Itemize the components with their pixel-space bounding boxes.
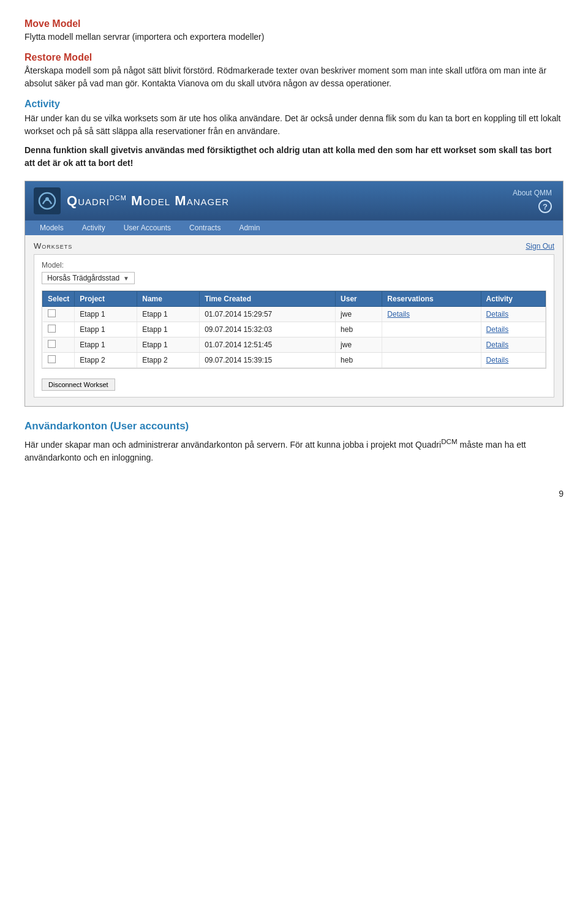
- restore-model-section: Restore Model Återskapa modell som på nå…: [24, 52, 564, 90]
- row2-activity-link[interactable]: Details: [486, 325, 509, 334]
- qmm-dcm-sup: DCM: [110, 194, 127, 202]
- row4-select[interactable]: [43, 353, 75, 368]
- checkbox[interactable]: [48, 309, 56, 317]
- qmm-application: QUADRIDCM MODEL MANAGER About QMM ? Mode…: [24, 181, 564, 407]
- row2-reservations: [382, 322, 481, 337]
- row4-project: Etapp 2: [75, 353, 137, 368]
- row2-user: heb: [336, 322, 382, 337]
- qmm-logo: QUADRIDCM MODEL MANAGER: [34, 187, 229, 214]
- row2-name: Etapp 1: [137, 322, 200, 337]
- page-number-container: 9: [24, 489, 564, 499]
- row3-select[interactable]: [43, 337, 75, 353]
- activity-intro: Här under kan du se vilka worksets som ä…: [24, 112, 564, 138]
- row4-reservations: [382, 353, 481, 368]
- col-select: Select: [43, 292, 75, 307]
- qmm-navigation: Models Activity User Accounts Contracts …: [25, 220, 563, 235]
- nav-models[interactable]: Models: [31, 220, 72, 235]
- move-model-body: Flytta modell mellan servrar (importera …: [24, 31, 564, 43]
- qmm-logo-svg: [37, 190, 58, 211]
- nav-contracts[interactable]: Contracts: [181, 220, 229, 235]
- model-dropdown[interactable]: Horsås Trädgårdsstad ▼: [42, 272, 135, 284]
- row1-time-created: 01.07.2014 15:29:57: [200, 307, 336, 322]
- activity-warning: Denna funktion skall givetvis användas m…: [24, 144, 564, 170]
- row2-activity: Details: [481, 322, 545, 337]
- row1-activity: Details: [481, 307, 545, 322]
- restore-model-heading: Restore Model: [24, 52, 564, 63]
- table-row: Etapp 1 Etapp 1 01.07.2014 15:29:57 jwe …: [43, 307, 546, 322]
- checkbox[interactable]: [48, 340, 56, 348]
- checkbox[interactable]: [48, 355, 56, 363]
- help-button[interactable]: ?: [538, 200, 552, 213]
- user-accounts-body: Här under skapar man och administrerar a…: [24, 436, 564, 464]
- row1-reservations-link[interactable]: Details: [387, 310, 410, 318]
- row3-user: jwe: [336, 337, 382, 353]
- qmm-header-right: About QMM ?: [513, 189, 552, 213]
- col-time-created: Time Created: [200, 292, 336, 307]
- user-accounts-section: Användarkonton (User accounts) Här under…: [24, 420, 564, 464]
- row3-activity-link[interactable]: Details: [486, 341, 509, 349]
- worksets-header: Worksets Sign Out: [34, 241, 554, 251]
- activity-section: Activity Här under kan du se vilka works…: [24, 99, 564, 170]
- col-user: User: [336, 292, 382, 307]
- row4-activity-link[interactable]: Details: [486, 356, 509, 364]
- col-reservations: Reservations: [382, 292, 481, 307]
- row4-time-created: 09.07.2014 15:39:15: [200, 353, 336, 368]
- restore-model-body: Återskapa modell som på något sätt blivi…: [24, 64, 564, 90]
- row3-activity: Details: [481, 337, 545, 353]
- qmm-header: QUADRIDCM MODEL MANAGER About QMM ?: [25, 181, 563, 220]
- model-label: Model:: [42, 261, 546, 269]
- about-qmm-link[interactable]: About QMM: [513, 189, 552, 197]
- row2-time-created: 09.07.2014 15:32:03: [200, 322, 336, 337]
- nav-activity[interactable]: Activity: [74, 220, 114, 235]
- sign-out-link[interactable]: Sign Out: [526, 242, 554, 251]
- row1-name: Etapp 1: [137, 307, 200, 322]
- row3-name: Etapp 1: [137, 337, 200, 353]
- table-row: Etapp 1 Etapp 1 01.07.2014 12:51:45 jwe …: [43, 337, 546, 353]
- move-model-section: Move Model Flytta modell mellan servrar …: [24, 18, 564, 43]
- move-model-heading: Move Model: [24, 18, 564, 29]
- dcm-sup: DCM: [441, 437, 458, 445]
- row2-project: Etapp 1: [75, 322, 137, 337]
- worksets-table: Select Project Name Time Created User Re…: [42, 291, 546, 368]
- row1-user: jwe: [336, 307, 382, 322]
- col-project: Project: [75, 292, 137, 307]
- row3-reservations: [382, 337, 481, 353]
- row1-project: Etapp 1: [75, 307, 137, 322]
- checkbox[interactable]: [48, 325, 56, 333]
- worksets-inner: Model: Horsås Trädgårdsstad ▼ Select Pro…: [34, 254, 554, 397]
- row3-project: Etapp 1: [75, 337, 137, 353]
- qmm-body: Worksets Sign Out Model: Horsås Trädgård…: [25, 235, 563, 406]
- table-row: Etapp 1 Etapp 1 09.07.2014 15:32:03 heb …: [43, 322, 546, 337]
- worksets-table-container[interactable]: Select Project Name Time Created User Re…: [42, 290, 546, 369]
- table-row: Etapp 2 Etapp 2 09.07.2014 15:39:15 heb …: [43, 353, 546, 368]
- table-body: Etapp 1 Etapp 1 01.07.2014 15:29:57 jwe …: [43, 307, 546, 368]
- row2-select[interactable]: [43, 322, 75, 337]
- row1-reservations: Details: [382, 307, 481, 322]
- row4-user: heb: [336, 353, 382, 368]
- nav-user-accounts[interactable]: User Accounts: [115, 220, 179, 235]
- user-accounts-body1: Här under skapar man och administrerar a…: [24, 440, 441, 450]
- col-name: Name: [137, 292, 200, 307]
- row1-activity-link[interactable]: Details: [486, 310, 509, 318]
- model-selected-value: Horsås Trädgårdsstad: [47, 274, 119, 282]
- qmm-logo-icon: [34, 187, 61, 214]
- chevron-down-icon: ▼: [123, 275, 129, 282]
- qmm-title-main: QUADRIDCM MODEL MANAGER: [67, 193, 229, 208]
- row3-time-created: 01.07.2014 12:51:45: [200, 337, 336, 353]
- activity-heading: Activity: [24, 99, 564, 110]
- nav-admin[interactable]: Admin: [230, 220, 268, 235]
- disconnect-workset-button[interactable]: Disconnect Workset: [42, 379, 115, 391]
- svg-point-1: [45, 197, 49, 201]
- activity-warning-text: Denna funktion skall givetvis användas m…: [24, 145, 551, 168]
- page-number: 9: [559, 489, 564, 499]
- worksets-title: Worksets: [34, 241, 72, 251]
- row4-activity: Details: [481, 353, 545, 368]
- table-header-row: Select Project Name Time Created User Re…: [43, 292, 546, 307]
- row4-name: Etapp 2: [137, 353, 200, 368]
- user-accounts-heading: Användarkonton (User accounts): [24, 420, 564, 432]
- table-header: Select Project Name Time Created User Re…: [43, 292, 546, 307]
- row1-select[interactable]: [43, 307, 75, 322]
- col-activity: Activity: [481, 292, 545, 307]
- qmm-app-title: QUADRIDCM MODEL MANAGER: [67, 193, 229, 209]
